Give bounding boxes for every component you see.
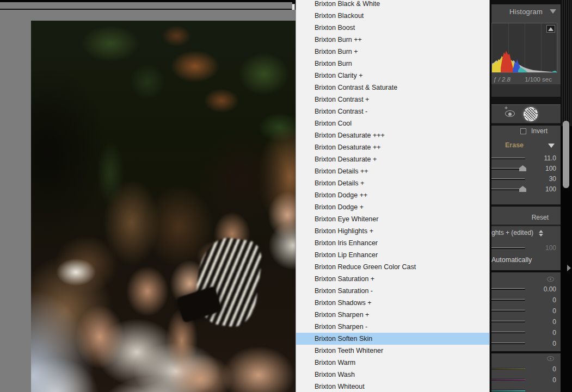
color-sliders: 0 0: [491, 364, 561, 392]
menu-item[interactable]: Brixton Desaturate +: [296, 153, 489, 165]
histogram-display[interactable]: [491, 23, 557, 73]
invert-label: Invert: [531, 127, 548, 135]
menu-item-label: Brixton Boost: [315, 24, 355, 32]
slider-track[interactable]: [491, 178, 525, 180]
menu-item-label: Brixton Burn +: [315, 48, 358, 55]
panel-collapse-arrow-icon[interactable]: [567, 265, 571, 271]
menu-item[interactable]: Brixton Reduce Green Color Cast: [296, 261, 489, 273]
menu-item[interactable]: Brixton Burn +: [296, 46, 489, 58]
menu-item-label: Brixton Sharpen -: [315, 323, 367, 331]
menu-item[interactable]: Brixton Lip Enhancer: [296, 249, 489, 261]
slider-track[interactable]: [491, 299, 525, 301]
erase-brush-tab[interactable]: Erase: [505, 141, 524, 149]
slider-value: 0: [552, 306, 556, 316]
red-eye-tool-icon[interactable]: +: [505, 109, 516, 117]
photo-preview: [31, 21, 296, 392]
histogram-clipping-button[interactable]: [546, 25, 555, 33]
menu-item[interactable]: Brixton Details +: [296, 177, 489, 189]
develop-right-panel: Histogram ƒ / 2.8 1/100 sec: [491, 0, 561, 392]
visibility-eye-icon[interactable]: [547, 277, 554, 282]
triangle-down-icon[interactable]: [548, 144, 555, 148]
menu-item[interactable]: Brixton Wash: [296, 369, 489, 381]
slider[interactable]: 100: [491, 243, 561, 253]
slider-track[interactable]: [491, 288, 525, 290]
menu-item-label: Brixton Clarity +: [315, 72, 363, 79]
menu-item[interactable]: Brixton Saturation -: [296, 285, 489, 297]
slider[interactable]: 0: [491, 327, 561, 338]
menu-item[interactable]: Brixton Warm: [296, 357, 489, 369]
menu-item-label: Brixton Desaturate +: [315, 155, 377, 163]
menu-item[interactable]: Brixton Cool: [296, 117, 489, 129]
slider[interactable]: 100: [491, 184, 561, 195]
slider[interactable]: 0.00: [491, 284, 561, 295]
menu-item[interactable]: Brixton Iris Enhancer: [296, 237, 489, 249]
menu-item-label: Brixton Iris Enhancer: [315, 239, 378, 247]
menu-item[interactable]: Brixton Burn: [296, 58, 489, 70]
stepper-icon[interactable]: [539, 230, 543, 237]
reset-button[interactable]: Reset: [532, 214, 549, 221]
menu-item[interactable]: Brixton Boost: [296, 22, 489, 34]
slider[interactable]: 0: [491, 364, 561, 375]
histogram-panel-header[interactable]: Histogram: [491, 4, 561, 18]
slider[interactable]: 30: [491, 174, 561, 184]
menu-item[interactable]: Brixton Contrast & Saturate: [296, 82, 489, 94]
slider-track[interactable]: [491, 189, 525, 190]
tone-sliders: 0.00 0 0 0 0 0: [491, 284, 561, 349]
slider[interactable]: 100: [491, 164, 561, 174]
slider[interactable]: 0: [491, 306, 561, 316]
menu-item-label: Brixton Contrast -: [315, 108, 367, 115]
slider[interactable]: 0: [491, 338, 561, 349]
menu-item[interactable]: Brixton Dodge ++: [296, 189, 489, 201]
adjustment-brush-tool-icon[interactable]: [524, 107, 538, 121]
preset-dropdown-menu: Brixton Black & White Brixton Blackout B…: [296, 0, 490, 392]
slider-track[interactable]: [491, 247, 525, 249]
menu-item[interactable]: Brixton Contrast -: [296, 105, 489, 117]
slider-track[interactable]: [491, 158, 525, 159]
slider-track[interactable]: [491, 379, 525, 381]
slider-track[interactable]: [491, 168, 525, 170]
menu-item[interactable]: Brixton Burn ++: [296, 34, 489, 46]
panel-scrollbar-thumb[interactable]: [563, 121, 569, 188]
menu-item-label: Brixton Dodge +: [315, 203, 364, 211]
menu-item[interactable]: Brixton Highlights +: [296, 225, 489, 237]
menu-item[interactable]: Brixton Contrast +: [296, 94, 489, 105]
slider-track[interactable]: [491, 310, 525, 312]
slider-track[interactable]: [491, 368, 525, 370]
edge-stripe-pattern: [561, 0, 572, 126]
effect-preset-selector[interactable]: ghts + (edited): [491, 229, 533, 237]
reset-row: Reset: [491, 207, 561, 225]
menu-item[interactable]: Brixton Clarity +: [296, 70, 489, 82]
menu-item[interactable]: Brixton Soften Skin: [296, 333, 489, 345]
menu-item[interactable]: Brixton Sharpen +: [296, 309, 489, 321]
menu-item-label: Brixton Dodge ++: [315, 191, 367, 199]
slider[interactable]: 0: [491, 375, 561, 385]
slider-track[interactable]: [491, 390, 525, 392]
menu-item[interactable]: Brixton Dodge +: [296, 201, 489, 213]
menu-item[interactable]: Brixton Desaturate +++: [296, 129, 489, 141]
preset-menu-list: Brixton Black & White Brixton Blackout B…: [296, 0, 489, 392]
menu-item[interactable]: Brixton Shadows +: [296, 297, 489, 309]
slider[interactable]: 11.0: [491, 153, 561, 164]
slider[interactable]: 0: [491, 295, 561, 306]
invert-checkbox[interactable]: [520, 128, 526, 134]
visibility-eye-icon[interactable]: [547, 356, 554, 361]
slider-track[interactable]: [491, 343, 525, 344]
eye-pupil: [508, 113, 512, 116]
menu-item[interactable]: Brixton Whiteout: [296, 381, 489, 392]
menu-item[interactable]: Brixton Desaturate ++: [296, 141, 489, 153]
menu-item-label: Brixton Soften Skin: [315, 335, 372, 343]
menu-item[interactable]: Brixton Eye Whitener: [296, 213, 489, 225]
collapse-triangle-icon[interactable]: [550, 9, 556, 14]
menu-item-label: Brixton Warm: [315, 359, 355, 366]
slider[interactable]: 0: [491, 316, 561, 327]
menu-item[interactable]: Brixton Saturation +: [296, 273, 489, 285]
menu-item[interactable]: Brixton Details ++: [296, 165, 489, 177]
menu-item[interactable]: Brixton Sharpen -: [296, 321, 489, 333]
menu-item[interactable]: Brixton Teeth Whitener: [296, 345, 489, 357]
menu-item[interactable]: Brixton Black & White: [296, 0, 489, 10]
slider-track[interactable]: [491, 332, 525, 333]
panel-gap: [491, 98, 561, 104]
menu-item[interactable]: Brixton Blackout: [296, 10, 489, 22]
slider[interactable]: [491, 385, 561, 392]
slider-track[interactable]: [491, 321, 525, 322]
